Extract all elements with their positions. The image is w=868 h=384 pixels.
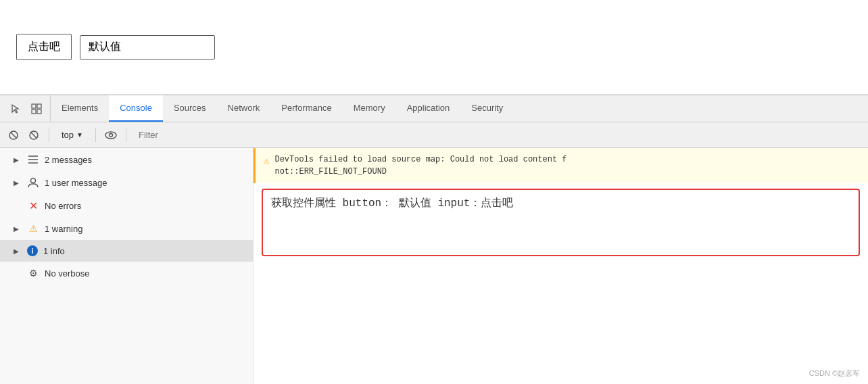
tab-network[interactable]: Network bbox=[217, 95, 271, 122]
block-icon[interactable] bbox=[26, 127, 42, 143]
svg-rect-0 bbox=[32, 104, 36, 108]
warning-label: 1 warning bbox=[45, 224, 82, 234]
devtools-tabs: Elements Console Sources Network Perform… bbox=[51, 95, 865, 122]
devtools-icon-group bbox=[3, 95, 51, 122]
default-input[interactable] bbox=[80, 35, 215, 59]
toolbar-divider-3 bbox=[126, 128, 126, 142]
toolbar-divider-1 bbox=[49, 128, 49, 142]
svg-rect-2 bbox=[32, 110, 36, 114]
console-log-item: 获取控件属性 button： 默认值 input：点击吧 bbox=[262, 189, 860, 256]
chevron-icon-user: ▶ bbox=[11, 177, 22, 188]
no-errors-label: No errors bbox=[45, 201, 81, 211]
click-button[interactable]: 点击吧 bbox=[16, 34, 72, 60]
svg-line-5 bbox=[11, 133, 16, 138]
info-label: 1 info bbox=[43, 246, 65, 256]
user-icon bbox=[27, 176, 39, 189]
sidebar-item-no-errors[interactable]: ▶ ✕ No errors bbox=[0, 194, 253, 217]
tab-elements[interactable]: Elements bbox=[51, 95, 109, 122]
svg-point-8 bbox=[105, 132, 116, 139]
sidebar-item-info[interactable]: ▶ i 1 info bbox=[0, 240, 253, 262]
svg-line-7 bbox=[31, 132, 37, 137]
tab-application[interactable]: Application bbox=[396, 95, 461, 122]
tab-security[interactable]: Security bbox=[460, 95, 514, 122]
warning-triangle-icon: ⚠ bbox=[264, 154, 269, 178]
info-icon: i bbox=[27, 245, 38, 256]
svg-rect-1 bbox=[37, 104, 41, 108]
cursor-icon[interactable] bbox=[8, 101, 24, 117]
sidebar-item-user-message[interactable]: ▶ 1 user message bbox=[0, 171, 253, 194]
devtools-panel: Elements Console Sources Network Perform… bbox=[0, 95, 868, 384]
messages-label: 2 messages bbox=[45, 155, 92, 165]
warning-message-item: ⚠ DevTools failed to load source map: Co… bbox=[254, 148, 868, 183]
error-icon: ✕ bbox=[27, 199, 39, 212]
console-sidebar: ▶ 2 messages ▶ bbox=[0, 148, 254, 384]
no-verbose-label: No verbose bbox=[45, 268, 89, 279]
tab-performance[interactable]: Performance bbox=[270, 95, 342, 122]
console-output: ⚠ DevTools failed to load source map: Co… bbox=[254, 148, 868, 384]
dropdown-arrow-icon: ▼ bbox=[76, 131, 83, 139]
eye-icon[interactable] bbox=[103, 127, 119, 143]
page-area: 点击吧 bbox=[0, 0, 868, 95]
svg-point-13 bbox=[31, 178, 36, 183]
tab-console[interactable]: Console bbox=[109, 95, 163, 122]
filter-input[interactable] bbox=[133, 127, 863, 143]
console-toolbar: top ▼ bbox=[0, 122, 868, 148]
chevron-icon-warning: ▶ bbox=[11, 223, 22, 234]
devtools-tab-bar: Elements Console Sources Network Perform… bbox=[0, 95, 868, 122]
watermark: CSDN ©赵彦军 bbox=[809, 368, 860, 379]
list-icon bbox=[27, 153, 39, 166]
devtools-main-content: ▶ 2 messages ▶ bbox=[0, 148, 868, 384]
clear-console-icon[interactable] bbox=[5, 127, 22, 143]
sidebar-item-warning[interactable]: ▶ ⚠ 1 warning bbox=[0, 217, 253, 240]
tab-sources[interactable]: Sources bbox=[163, 95, 217, 122]
sidebar-item-no-verbose[interactable]: ▶ ⚙ No verbose bbox=[0, 262, 253, 285]
toolbar-divider-2 bbox=[95, 128, 96, 142]
warning-icon: ⚠ bbox=[27, 222, 39, 235]
top-context-selector[interactable]: top ▼ bbox=[56, 128, 89, 142]
user-message-label: 1 user message bbox=[45, 178, 107, 188]
svg-rect-3 bbox=[37, 110, 41, 114]
chevron-icon-info: ▶ bbox=[11, 245, 22, 256]
inspect-icon[interactable] bbox=[28, 101, 45, 117]
warning-message-text: DevTools failed to load source map: Coul… bbox=[274, 153, 566, 178]
verbose-icon: ⚙ bbox=[27, 267, 39, 279]
svg-point-9 bbox=[109, 133, 112, 137]
tab-memory[interactable]: Memory bbox=[343, 95, 396, 122]
chevron-icon: ▶ bbox=[11, 154, 22, 165]
sidebar-item-messages[interactable]: ▶ 2 messages bbox=[0, 148, 253, 171]
